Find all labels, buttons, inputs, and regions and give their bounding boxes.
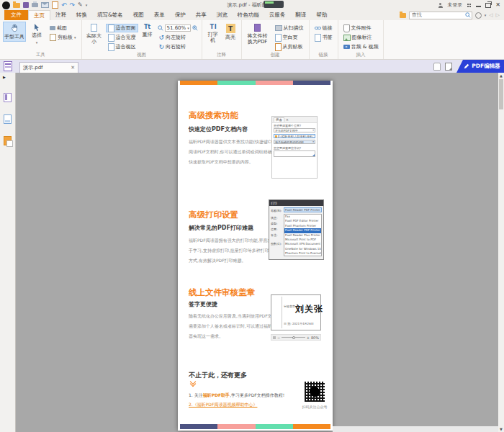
- convert-to-pdf-button[interactable]: 将文件转换为PDF: [245, 22, 271, 47]
- restore-button[interactable]: [485, 3, 491, 8]
- layout-grid-icon[interactable]: [467, 3, 472, 8]
- reflow-button[interactable]: 重排: [140, 22, 155, 40]
- document-tab-close-icon[interactable]: ✕: [71, 65, 75, 71]
- zoom-value-dropdown[interactable]: 51.60% ▾: [165, 24, 191, 32]
- rotate-right-button[interactable]: ↻ 向右旋转: [157, 42, 199, 51]
- image-annotation-button[interactable]: 图像标注: [341, 33, 381, 42]
- bookmark-icon: [315, 34, 321, 42]
- customize-toolbar-dropdown-icon[interactable]: ▾: [86, 3, 88, 7]
- minimize-button[interactable]: [476, 6, 481, 7]
- top-stripe-banner: [180, 81, 330, 85]
- fit-width-button[interactable]: 适合宽度: [106, 33, 138, 42]
- open-file-icon[interactable]: [13, 3, 20, 8]
- qr-code: [305, 382, 325, 402]
- undo-icon[interactable]: ↶: [61, 2, 67, 9]
- fit-page-button[interactable]: 适合页面: [106, 24, 138, 32]
- scroll-down-icon[interactable]: ▼: [498, 426, 504, 432]
- from-clipboard-button[interactable]: 从剪贴板: [273, 42, 306, 51]
- clipboard-button[interactable]: 剪贴板 ▾: [48, 33, 78, 42]
- ribbon-group-links: 链接 书签 链接: [310, 20, 338, 59]
- scroll-up-icon[interactable]: ▲: [498, 73, 504, 78]
- page-mode-icon[interactable]: [445, 63, 452, 71]
- signature-zoom-value: 80%: [311, 336, 319, 340]
- link-label: 链接: [323, 24, 333, 32]
- tab-features[interactable]: 特色功能: [233, 10, 264, 20]
- tab-form[interactable]: 表单: [149, 10, 170, 20]
- panel-collapse-icon[interactable]: ▶: [3, 75, 6, 79]
- file-attachment-button[interactable]: 文件附件: [341, 24, 381, 32]
- link-button[interactable]: 链接: [312, 24, 335, 32]
- assistant-link[interactable]: 福昕PDF助手: [203, 392, 230, 397]
- tab-cloud[interactable]: 云服务: [264, 10, 291, 20]
- tab-fill-sign[interactable]: 填写&签名: [92, 10, 128, 20]
- audio-video-label: 音频 & 视频: [351, 43, 379, 50]
- find-previous-icon[interactable]: ◁: [489, 12, 492, 18]
- search-panel-tab: 搜索: [274, 117, 284, 122]
- blank-page-button[interactable]: 空白页: [273, 33, 306, 42]
- clipboard-dropdown-icon[interactable]: ▾: [74, 35, 76, 40]
- bookmarks-panel-icon[interactable]: [4, 93, 12, 102]
- find-options-dropdown-icon[interactable]: ▾: [485, 13, 487, 17]
- fit-width-label: 适合宽度: [116, 34, 136, 41]
- snapshot-button[interactable]: 截图: [48, 24, 78, 32]
- search-icon[interactable]: [465, 12, 471, 18]
- vertical-scrollbar[interactable]: ▲ ▼: [498, 73, 504, 432]
- zoom-out-icon[interactable]: [158, 25, 163, 31]
- zoom-dropdown-icon[interactable]: ▾: [187, 26, 189, 30]
- tab-help[interactable]: 帮助: [311, 10, 332, 20]
- tab-browse[interactable]: 浏览: [212, 10, 233, 20]
- select-dropdown-icon[interactable]: ▾: [36, 40, 38, 45]
- zoom-in-icon[interactable]: [192, 25, 198, 31]
- section1-heading: 高级搜索功能: [189, 110, 238, 121]
- document-canvas[interactable]: 高级搜索功能 快速定位PDF文档内容 福昕PDF阅读器提供文本查找功能(快捷键C…: [16, 73, 498, 432]
- paste-icon[interactable]: [52, 1, 58, 9]
- save-icon[interactable]: [23, 2, 29, 8]
- email-icon[interactable]: [41, 2, 49, 8]
- tab-file[interactable]: 文件: [4, 10, 28, 20]
- find-options-icon[interactable]: [475, 12, 482, 19]
- find-next-icon[interactable]: ▷: [496, 12, 500, 18]
- find-input[interactable]: [409, 12, 472, 19]
- tab-comment[interactable]: 注释: [50, 10, 71, 20]
- search-folder-icon[interactable]: [400, 13, 406, 18]
- pdf-editor-banner[interactable]: PDF编辑器: [456, 60, 504, 73]
- link-icon: [315, 26, 321, 30]
- close-button[interactable]: ✕: [495, 2, 500, 8]
- account-icon[interactable]: [438, 3, 443, 8]
- from-scanner-button[interactable]: 从扫描仪: [273, 24, 306, 32]
- tab-translate[interactable]: 翻译: [290, 10, 311, 20]
- document-tab[interactable]: 演示.pdf ✕: [19, 62, 78, 73]
- section3-subheading: 签字更便捷: [189, 300, 217, 308]
- bookmark-button[interactable]: 书签: [312, 33, 335, 42]
- tab-share[interactable]: 共享: [191, 10, 212, 20]
- tab-convert[interactable]: 转换: [71, 10, 92, 20]
- scrollbar-thumb[interactable]: [499, 79, 503, 109]
- tab-protect[interactable]: 保护: [170, 10, 191, 20]
- actual-size-button[interactable]: 实际大小: [85, 22, 104, 47]
- print-icon[interactable]: [32, 3, 38, 7]
- signature-date: 日 期: 2021年4月26日: [284, 322, 314, 325]
- signature-zoom-slider: − + 80%: [271, 334, 321, 341]
- zoom-value: 51.60%: [167, 25, 186, 31]
- help-center-link[interactable]: 2.《福昕PDF阅读器视频帮助中心》: [189, 402, 257, 408]
- comments-panel-icon[interactable]: [4, 136, 12, 145]
- tab-home[interactable]: 主页: [28, 10, 50, 20]
- section1-subheading: 快速定位PDF文档内容: [189, 125, 248, 133]
- tab-view[interactable]: 视图: [128, 10, 149, 20]
- select-tool-button[interactable]: 选择 ▾: [28, 22, 45, 48]
- rotate-left-button[interactable]: ↺ 向左旋转: [157, 33, 199, 42]
- bottom-scroll-strip: [333, 426, 498, 432]
- pan-mode-icon[interactable]: [433, 63, 441, 71]
- fit-visible-button[interactable]: 适合视区: [106, 42, 138, 51]
- page-thumbnails-icon[interactable]: [4, 114, 12, 124]
- audio-video-button[interactable]: 音频 & 视频: [341, 42, 381, 51]
- start-page-icon[interactable]: [4, 61, 12, 71]
- redo-icon[interactable]: ↷: [70, 2, 76, 9]
- typewriter-button[interactable]: 打字机: [205, 22, 221, 45]
- highlight-button[interactable]: 高亮: [223, 22, 238, 42]
- zoom-minus-icon: −: [277, 336, 280, 340]
- login-status[interactable]: 未登录: [447, 1, 462, 9]
- signature-name: 刘关张: [295, 303, 323, 315]
- sign-icon[interactable]: ✎: [78, 2, 83, 8]
- hand-tool-button[interactable]: 手型工具: [3, 22, 26, 42]
